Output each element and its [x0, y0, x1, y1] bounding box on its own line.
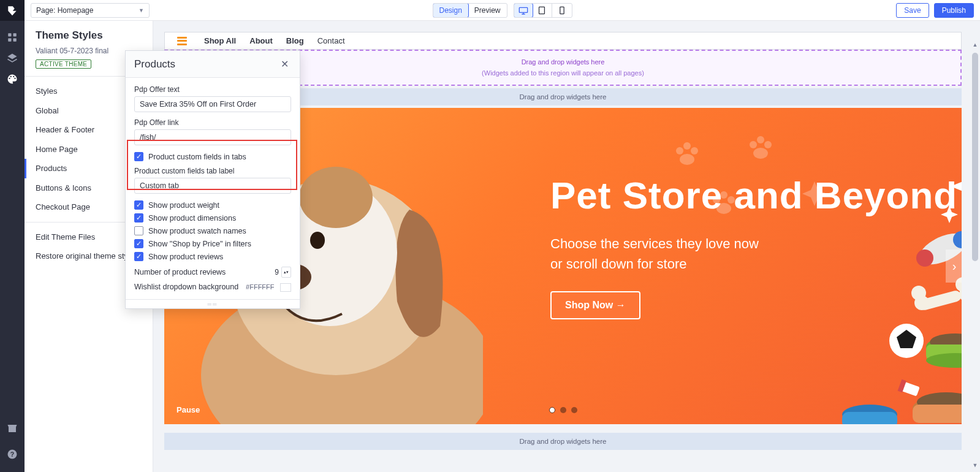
active-theme-badge: ACTIVE THEME: [36, 59, 91, 69]
hero-subtitle: Choose the services they love now or scr…: [550, 234, 771, 274]
scroll-up-arrow[interactable]: ▲: [970, 42, 980, 51]
pdp-offer-link-label: Pdp Offer link: [134, 118, 291, 127]
svg-point-40: [750, 141, 757, 148]
carousel-dots: [549, 407, 577, 413]
svg-point-39: [680, 154, 694, 165]
desktop-device-button[interactable]: [514, 3, 533, 18]
canvas-scrollbar[interactable]: ▲ ▼: [970, 42, 980, 472]
show-dimensions-label: Show product dimensions: [148, 214, 236, 223]
carousel-next-arrow[interactable]: ›: [946, 249, 962, 283]
page-selector-dropdown[interactable]: Page: Homepage ▼: [31, 3, 150, 18]
publish-button[interactable]: Publish: [934, 3, 974, 18]
svg-point-43: [753, 148, 768, 159]
num-reviews-value: 9: [264, 268, 279, 276]
custom-fields-tabs-label: Product custom fields in tabs: [148, 153, 246, 161]
theme-styles-icon[interactable]: [0, 69, 25, 89]
wishlist-bg-value: #FFFFFF: [246, 283, 274, 291]
panel-header: Products ✕: [126, 51, 300, 78]
svg-rect-33: [842, 412, 897, 424]
num-reviews-label: Number of product reviews: [134, 268, 226, 276]
svg-point-36: [676, 147, 683, 154]
custom-fields-tab-label-label: Product custom fields tab label: [134, 167, 291, 175]
hero-text-block: Pet Store and Beyond Choose the services…: [550, 175, 957, 319]
show-reviews-label: Show product reviews: [148, 253, 223, 261]
close-icon[interactable]: ✕: [278, 57, 291, 71]
shop-by-price-checkbox[interactable]: [134, 239, 143, 248]
svg-point-14: [299, 167, 373, 228]
pdp-offer-link-input[interactable]: [134, 129, 291, 145]
show-swatch-checkbox[interactable]: [134, 226, 143, 235]
hero-title: Pet Store and Beyond: [550, 175, 957, 216]
svg-point-42: [764, 141, 772, 148]
preview-mode-button[interactable]: Preview: [468, 4, 507, 17]
store-icon[interactable]: [0, 418, 25, 439]
panel-resize-handle[interactable]: ══: [126, 299, 300, 308]
custom-fields-tabs-checkbox[interactable]: [134, 152, 143, 161]
wishlist-bg-swatch[interactable]: [280, 283, 291, 292]
nav-link-contact[interactable]: Contact: [317, 36, 345, 45]
svg-rect-8: [560, 7, 563, 13]
svg-rect-6: [519, 7, 527, 12]
brand-logo[interactable]: [0, 0, 25, 21]
mobile-device-button[interactable]: [552, 4, 572, 17]
icon-rail: ?: [0, 0, 25, 472]
carousel-dot-3[interactable]: [571, 407, 577, 413]
site-nav: Shop All About Blog Contact: [164, 32, 962, 50]
nav-link-shop-all[interactable]: Shop All: [204, 36, 236, 45]
carousel-dot-1[interactable]: [549, 407, 555, 413]
panel-title: Products: [134, 58, 175, 70]
carousel-pause-button[interactable]: Pause: [177, 405, 200, 414]
help-icon[interactable]: ?: [0, 444, 25, 465]
device-switch: [514, 3, 572, 18]
page-selector-label: Page: Homepage: [36, 6, 93, 15]
show-weight-checkbox[interactable]: [134, 200, 143, 210]
theme-styles-title: Theme Styles: [36, 29, 142, 42]
wishlist-bg-label: Wishlist dropdown background: [134, 283, 238, 291]
svg-rect-3: [13, 39, 17, 42]
show-dimensions-checkbox[interactable]: [134, 213, 143, 223]
svg-rect-0: [8, 33, 11, 36]
show-swatch-label: Show product swatch names: [148, 227, 246, 235]
show-weight-label: Show product weight: [148, 201, 219, 210]
svg-rect-2: [8, 39, 11, 42]
widgets-icon[interactable]: [0, 27, 25, 48]
carousel-dot-2[interactable]: [560, 407, 566, 413]
pdp-offer-text-input[interactable]: [134, 96, 291, 112]
svg-rect-1: [13, 33, 17, 36]
svg-text:?: ?: [10, 451, 14, 458]
custom-fields-tab-label-input[interactable]: [134, 178, 291, 194]
shop-by-price-label: Show "Shop by Price" in filters: [148, 240, 251, 248]
show-reviews-checkbox[interactable]: [134, 252, 143, 261]
save-button[interactable]: Save: [896, 3, 929, 18]
svg-point-41: [757, 136, 764, 143]
widget-drop-bar-bottom[interactable]: Drag and drop widgets here: [164, 433, 962, 450]
svg-point-38: [691, 147, 698, 154]
pdp-offer-text-label: Pdp Offer text: [134, 85, 291, 94]
svg-point-12: [310, 232, 325, 249]
chevron-down-icon: ▼: [139, 7, 144, 13]
svg-rect-31: [913, 405, 962, 423]
scrollbar-thumb[interactable]: [972, 53, 978, 261]
nav-link-blog[interactable]: Blog: [286, 36, 304, 45]
products-settings-panel: Products ✕ Pdp Offer text Pdp Offer link…: [125, 50, 300, 309]
tablet-device-button[interactable]: [533, 4, 552, 17]
design-mode-button[interactable]: Design: [432, 3, 468, 18]
nav-link-about[interactable]: About: [249, 36, 273, 45]
svg-point-37: [683, 142, 691, 150]
scroll-down-arrow[interactable]: ▼: [970, 462, 980, 472]
hamburger-icon[interactable]: [177, 37, 187, 45]
mode-switch: Design Preview: [432, 3, 507, 18]
shop-now-button[interactable]: Shop Now →: [550, 291, 640, 319]
num-reviews-stepper[interactable]: ▴▾: [281, 267, 291, 278]
layers-icon[interactable]: [0, 48, 25, 69]
svg-rect-7: [539, 7, 545, 13]
top-bar: Page: Homepage ▼ Design Preview Save Pub…: [25, 0, 980, 21]
